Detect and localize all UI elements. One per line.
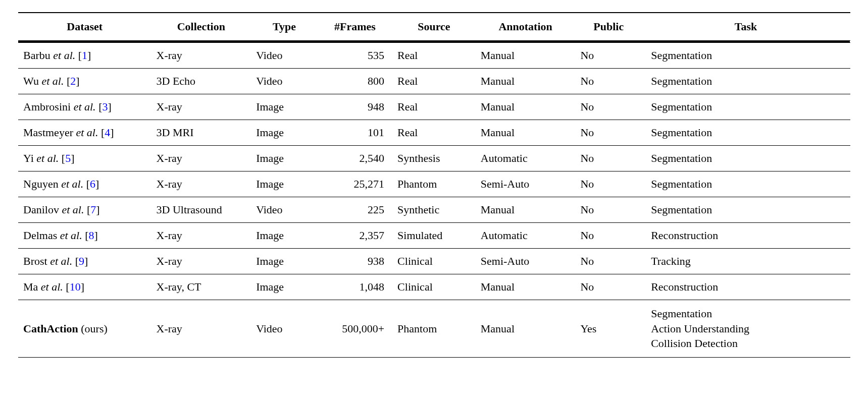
cell-type: Video	[251, 300, 318, 358]
ref-open-bracket: [	[75, 255, 79, 267]
cell-collection: 3D MRI	[151, 120, 251, 146]
ref-close-bracket: ]	[87, 49, 91, 62]
etal: et al.	[74, 100, 96, 113]
cell-annotation: Automatic	[476, 223, 576, 249]
reference-number[interactable]: 8	[89, 229, 94, 242]
cell-dataset: Yi et al. [5]	[18, 146, 151, 171]
cell-annotation: Manual	[476, 43, 576, 69]
cell-frames: 2,357	[318, 223, 392, 249]
author-name: Danilov	[23, 203, 59, 216]
ours-name: CathAction	[23, 322, 78, 335]
ref-close-bracket: ]	[71, 152, 74, 164]
cell-task: Segmentation	[642, 94, 850, 120]
author-name: Mastmeyer	[23, 126, 73, 139]
cell-annotation: Manual	[476, 274, 576, 300]
cell-frames: 2,540	[318, 146, 392, 171]
table-row: Ambrosini et al. [3]X-rayImage948RealMan…	[18, 94, 850, 120]
cell-public: No	[575, 69, 642, 94]
reference-number[interactable]: 5	[65, 152, 71, 164]
cell-frames: 800	[318, 69, 392, 94]
cell-dataset: Delmas et al. [8]	[18, 223, 151, 249]
dataset-comparison-table: Dataset Collection Type #Frames Source A…	[18, 12, 850, 358]
cell-task: Reconstruction	[642, 274, 850, 300]
header-frames: #Frames	[318, 13, 392, 41]
reference-number[interactable]: 7	[90, 203, 96, 216]
reference-number[interactable]: 2	[70, 75, 76, 87]
table-row: Mastmeyer et al. [4]3D MRIImage101RealMa…	[18, 120, 850, 146]
cell-source: Real	[392, 94, 476, 120]
header-source: Source	[392, 13, 476, 41]
reference-number[interactable]: 9	[79, 255, 84, 267]
ref-open-bracket: [	[78, 49, 82, 62]
header-public: Public	[575, 13, 642, 41]
cell-source: Synthesis	[392, 146, 476, 171]
cell-public: No	[575, 171, 642, 197]
etal: et al.	[76, 126, 98, 139]
cell-dataset: Ambrosini et al. [3]	[18, 94, 151, 120]
cell-dataset: Ma et al. [10]	[18, 274, 151, 300]
header-type: Type	[251, 13, 318, 41]
cell-public: No	[575, 43, 642, 69]
cell-collection: X-ray	[151, 300, 251, 358]
cell-task: Segmentation	[642, 43, 850, 69]
cell-public: No	[575, 274, 642, 300]
ref-close-bracket: ]	[84, 255, 88, 267]
cell-task: Segmentation	[642, 146, 850, 171]
cell-type: Video	[251, 197, 318, 223]
cell-type: Image	[251, 223, 318, 249]
cell-type: Image	[251, 120, 318, 146]
reference-number[interactable]: 3	[102, 100, 108, 113]
author-name: Delmas	[23, 229, 57, 242]
cell-frames: 500,000+	[318, 300, 392, 358]
ref-close-bracket: ]	[81, 280, 84, 293]
cell-task: Segmentation	[642, 171, 850, 197]
ref-open-bracket: [	[66, 280, 69, 293]
cell-type: Image	[251, 249, 318, 274]
cell-frames: 938	[318, 249, 392, 274]
author-name: Brost	[23, 255, 47, 267]
cell-collection: X-ray	[151, 146, 251, 171]
table-row: Delmas et al. [8]X-rayImage2,357Simulate…	[18, 223, 850, 249]
reference-number[interactable]: 1	[82, 49, 87, 62]
cell-frames: 1,048	[318, 274, 392, 300]
cell-frames: 535	[318, 43, 392, 69]
cell-frames: 225	[318, 197, 392, 223]
cell-dataset: Brost et al. [9]	[18, 249, 151, 274]
cell-collection: X-ray	[151, 171, 251, 197]
header-annotation: Annotation	[476, 13, 576, 41]
table-row: Ma et al. [10]X-ray, CTImage1,048Clinica…	[18, 274, 850, 300]
cell-source: Phantom	[392, 300, 476, 358]
cell-frames: 948	[318, 94, 392, 120]
cell-source: Clinical	[392, 249, 476, 274]
table-row: Barbu et al. [1]X-rayVideo535RealManualN…	[18, 43, 850, 69]
reference-number[interactable]: 10	[70, 280, 81, 293]
ref-close-bracket: ]	[108, 100, 111, 113]
author-name: Barbu	[23, 49, 50, 62]
ref-close-bracket: ]	[94, 229, 98, 242]
etal: et al.	[60, 229, 82, 242]
reference-number[interactable]: 6	[90, 178, 95, 190]
cell-public: No	[575, 146, 642, 171]
etal: et al.	[62, 203, 84, 216]
cell-collection: X-ray	[151, 94, 251, 120]
reference-number[interactable]: 4	[105, 126, 110, 139]
cell-type: Image	[251, 94, 318, 120]
cell-type: Video	[251, 69, 318, 94]
cell-dataset: Wu et al. [2]	[18, 69, 151, 94]
ref-close-bracket: ]	[76, 75, 79, 87]
author-name: Nguyen	[23, 178, 59, 190]
cell-frames: 25,271	[318, 171, 392, 197]
cell-type: Image	[251, 171, 318, 197]
cell-task: Tracking	[642, 249, 850, 274]
ref-open-bracket: [	[85, 229, 88, 242]
cell-collection: X-ray	[151, 223, 251, 249]
cell-public: No	[575, 249, 642, 274]
cell-source: Simulated	[392, 223, 476, 249]
cell-dataset: Nguyen et al. [6]	[18, 171, 151, 197]
table-header-row: Dataset Collection Type #Frames Source A…	[18, 13, 850, 41]
cell-annotation: Semi-Auto	[476, 171, 576, 197]
cell-collection: X-ray	[151, 249, 251, 274]
cell-source: Clinical	[392, 274, 476, 300]
author-name: Ma	[23, 280, 38, 293]
cell-source: Phantom	[392, 171, 476, 197]
